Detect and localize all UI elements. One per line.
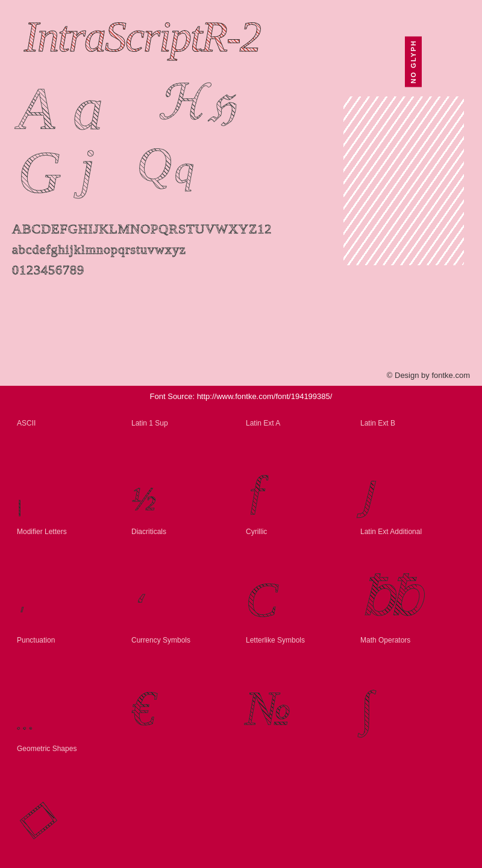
glyph-grid: ASCII | Latin 1 Sup ½ Latin Ext A ƒ Lati… xyxy=(0,407,482,853)
glyph-char-mathoperators: ∫ xyxy=(360,684,374,732)
glyph-cell-diacriticals: Diacriticals ʻ xyxy=(127,521,241,630)
glyph-char-letterlike: № xyxy=(246,684,291,732)
glyph-label-geometricshapes: Geometric Shapes xyxy=(17,744,77,753)
glyph-label-currency: Currency Symbols xyxy=(131,636,190,644)
glyph-label-ascii: ASCII xyxy=(17,419,36,427)
glyph-char-latinextb: ȷ xyxy=(360,467,374,515)
glyph-label-latinextadd: Latin Ext Additional xyxy=(360,527,422,536)
preview-char-a: a xyxy=(73,74,103,143)
preview-char-H2: ℌ xyxy=(208,89,235,129)
preview-char-A: A xyxy=(18,74,55,143)
glyph-cell-cyrillic: Cyrillic С xyxy=(241,521,355,630)
copyright-text: © Design by fontke.com xyxy=(387,371,470,380)
bottom-area: Font Source: http://www.fontke.com/font/… xyxy=(0,386,482,868)
glyph-char-modifierletters: ˈ xyxy=(17,606,22,624)
glyph-char-latinextadd: ƀƀ xyxy=(360,570,417,624)
no-glyph-badge: NO GLYPH xyxy=(405,36,422,87)
glyph-cell-empty2 xyxy=(241,738,355,847)
glyph-cell-latinexta: Latin Ext A ƒ xyxy=(241,413,355,521)
glyph-cell-latinextb: Latin Ext B ȷ xyxy=(355,413,470,521)
font-source[interactable]: Font Source: http://www.fontke.com/font/… xyxy=(0,386,482,407)
glyph-char-latinexta: ƒ xyxy=(246,467,270,515)
glyph-label-letterlike: Letterlike Symbols xyxy=(246,636,305,644)
preview-char-q: q xyxy=(174,148,194,191)
glyph-label-latin1sup: Latin 1 Sup xyxy=(131,419,168,427)
glyph-label-punctuation: Punctuation xyxy=(17,636,55,644)
glyph-label-latinextb: Latin Ext B xyxy=(360,419,395,427)
glyph-cell-ascii: ASCII | xyxy=(12,413,127,521)
glyph-char-diacriticals: ʻ xyxy=(131,591,142,624)
glyph-label-latinexta: Latin Ext A xyxy=(246,419,280,427)
glyph-cell-currency: Currency Symbols € xyxy=(127,630,241,738)
preview-char-j: j xyxy=(80,137,95,207)
glyph-cell-latinextadd: Latin Ext Additional ƀƀ xyxy=(355,521,470,630)
glyph-label-diacriticals: Diacriticals xyxy=(131,527,166,536)
font-source-text: Font Source: http://www.fontke.com/font/… xyxy=(150,392,333,401)
glyph-char-ascii: | xyxy=(17,497,22,515)
glyph-cell-empty3 xyxy=(355,738,470,847)
glyph-cell-mathoperators: Math Operators ∫ xyxy=(355,630,470,738)
glyph-label-cyrillic: Cyrillic xyxy=(246,527,267,536)
glyph-label-modifierletters: Modifier Letters xyxy=(17,527,67,536)
glyph-cell-empty xyxy=(127,738,241,847)
glyph-char-currency: € xyxy=(131,684,155,732)
glyph-cell-modifierletters: Modifier Letters ˈ xyxy=(12,521,127,630)
glyph-char-cyrillic: С xyxy=(246,576,278,624)
preview-area: IntraScriptR-2 NO GLYPH A a ℋ ℌ G j Q q … xyxy=(0,0,482,386)
preview-char-G: G xyxy=(18,137,61,207)
glyph-cell-letterlike: Letterlike Symbols № xyxy=(241,630,355,738)
glyph-char-punctuation: … xyxy=(17,714,33,732)
glyph-char-geometricshapes: ◇ xyxy=(17,793,54,841)
glyph-cell-punctuation: Punctuation … xyxy=(12,630,127,738)
preview-char-H1: ℋ xyxy=(157,76,205,129)
glyph-char-latin1sup: ½ xyxy=(131,482,156,515)
glyph-cell-geometricshapes: Geometric Shapes ◇ xyxy=(12,738,127,847)
diagonal-lines-decoration xyxy=(343,96,464,265)
glyph-cell-latin1sup: Latin 1 Sup ½ xyxy=(127,413,241,521)
glyph-label-mathoperators: Math Operators xyxy=(360,636,410,644)
preview-char-Q: Q xyxy=(137,138,172,191)
font-title: IntraScriptR-2 xyxy=(12,7,272,67)
